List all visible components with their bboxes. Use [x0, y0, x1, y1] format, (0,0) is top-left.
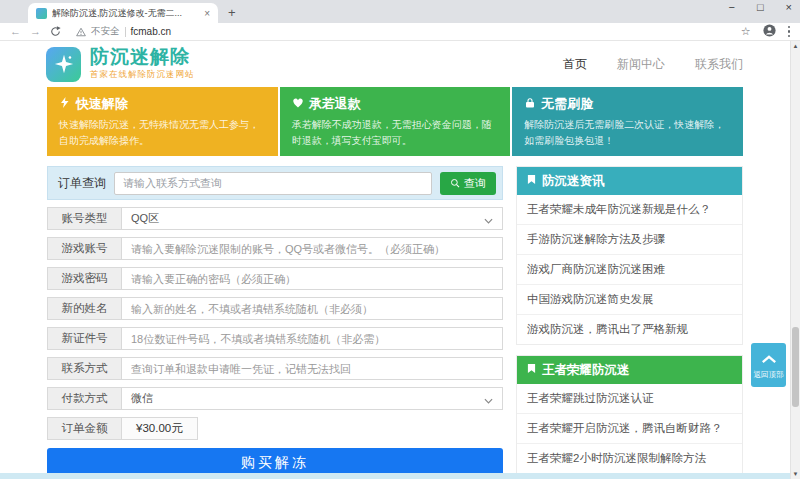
page-scrollbar[interactable]: ▲ ▼: [790, 41, 800, 479]
feature-title: 快速解除: [76, 95, 128, 113]
feature-desc: 快速解除防沉迷，无特殊情况无需人工参与，自助完成解除操作。: [59, 117, 266, 148]
game-password-input[interactable]: [131, 273, 493, 285]
feature-fast-unlock: 快速解除 快速解除防沉迷，无特殊情况无需人工参与，自助完成解除操作。: [47, 87, 278, 156]
address-bar: ← → 不安全 fcmab.cn ☆: [0, 23, 800, 41]
news-link[interactable]: 王者荣耀跳过防沉迷认证: [517, 384, 742, 413]
kings-glory-card-title: 王者荣耀防沉迷: [542, 362, 630, 379]
site-favicon-icon: [36, 8, 47, 19]
security-label: 不安全: [91, 25, 120, 38]
window-controls: − □ ×: [728, 2, 792, 13]
nav-item-contact[interactable]: 联系我们: [695, 56, 743, 73]
form-row-game-password: 游戏密码: [47, 267, 503, 290]
url-divider: [125, 27, 126, 37]
back-icon[interactable]: ←: [10, 26, 21, 37]
window-close-button[interactable]: ×: [786, 2, 792, 13]
field-label: 新的姓名: [47, 297, 121, 320]
order-amount-value: ¥30.00元: [121, 417, 198, 440]
form-row-payment-method: 付款方式 微信: [47, 387, 503, 410]
contact-input[interactable]: [131, 363, 493, 375]
order-query-button[interactable]: 查询: [440, 172, 496, 195]
forward-icon[interactable]: →: [30, 26, 41, 37]
chevron-down-icon: [484, 390, 493, 408]
browser-window: 解除防沉迷,防沉迷修改-无需二... × + − □ × ← → 不安全 fcm…: [0, 0, 800, 479]
feature-desc: 解除防沉迷后无需刷脸二次认证，快速解除，如需刷脸包换包退！: [524, 117, 731, 148]
news-link[interactable]: 游戏防沉迷，腾讯出了严格新规: [517, 314, 742, 344]
tab-strip: 解除防沉迷,防沉迷修改-无需二... × + − □ ×: [0, 0, 800, 23]
main-content: 订单查询 查询 账号类型 QQ区 游戏账号: [47, 166, 743, 479]
scroll-down-icon[interactable]: ▼: [791, 469, 800, 479]
account-type-select[interactable]: QQ区: [121, 207, 503, 230]
news-link[interactable]: 中国游戏防沉迷简史发展: [517, 284, 742, 314]
main-nav: 首页 新闻中心 联系我们: [563, 56, 743, 73]
lock-icon: [524, 97, 536, 112]
form-row-game-account: 游戏账号: [47, 237, 503, 260]
field-label: 游戏账号: [47, 237, 121, 260]
order-form: 订单查询 查询 账号类型 QQ区 游戏账号: [47, 166, 503, 479]
news-card-header: 防沉迷资讯: [517, 167, 742, 195]
payment-method-select[interactable]: 微信: [121, 387, 503, 410]
form-row-order-amount: 订单金额 ¥30.00元: [47, 417, 198, 440]
browser-menu-icon[interactable]: [788, 26, 791, 38]
feature-title: 无需刷脸: [541, 95, 593, 113]
refresh-icon[interactable]: [50, 26, 61, 37]
nav-item-news[interactable]: 新闻中心: [617, 56, 665, 73]
field-label: 联系方式: [47, 357, 121, 380]
site-logo-text[interactable]: 防沉迷解除 首家在线解除防沉迷网站: [90, 47, 195, 81]
profile-avatar-icon[interactable]: [763, 23, 776, 41]
game-account-input[interactable]: [131, 243, 493, 255]
chevron-up-icon: [761, 350, 777, 368]
feature-desc: 承若解除不成功退款，无需担心资金问题，随时退款，填写支付宝即可。: [292, 117, 499, 148]
news-card: 防沉迷资讯 王者荣耀未成年防沉迷新规是什么？ 手游防沉迷解除方法及步骤 游戏厂商…: [516, 166, 743, 345]
tab-title: 解除防沉迷,防沉迷修改-无需二...: [52, 7, 199, 20]
site-subtitle: 首家在线解除防沉迷网站: [90, 69, 195, 81]
kings-glory-card: 王者荣耀防沉迷 王者荣耀跳过防沉迷认证 王者荣耀开启防沉迷，腾讯自断财路？ 王者…: [516, 355, 743, 479]
lightning-icon: [59, 96, 71, 112]
new-tab-button[interactable]: +: [228, 5, 236, 20]
omnibox[interactable]: 不安全 fcmab.cn: [76, 23, 732, 41]
page-bottom-strip: [0, 473, 790, 479]
news-card-title: 防沉迷资讯: [542, 173, 605, 190]
bookmark-star-icon[interactable]: ☆: [741, 25, 751, 38]
kings-glory-card-header: 王者荣耀防沉迷: [517, 356, 742, 384]
news-link[interactable]: 游戏厂商防沉迷防沉迷困难: [517, 254, 742, 284]
scroll-up-icon[interactable]: ▲: [791, 41, 800, 51]
select-value: QQ区: [131, 211, 484, 226]
window-minimize-button[interactable]: −: [728, 2, 734, 13]
heart-icon: [292, 97, 304, 112]
field-label: 游戏密码: [47, 267, 121, 290]
site-title: 防沉迷解除: [90, 47, 195, 68]
window-maximize-button[interactable]: □: [757, 2, 764, 13]
back-to-top-label: 返回顶部: [754, 370, 784, 380]
select-value: 微信: [131, 391, 484, 406]
field-label: 新证件号: [47, 327, 121, 350]
order-query-label: 订单查询: [54, 175, 106, 192]
nav-item-home[interactable]: 首页: [563, 56, 587, 73]
scrollbar-thumb[interactable]: [792, 327, 799, 407]
form-row-account-type: 账号类型 QQ区: [47, 207, 503, 230]
site-logo-icon[interactable]: [46, 47, 81, 82]
bookmark-icon: [527, 363, 536, 377]
site-header: 防沉迷解除 首家在线解除防沉迷网站 首页 新闻中心 联系我们: [0, 41, 800, 87]
feature-banners: 快速解除 快速解除防沉迷，无特殊情况无需人工参与，自助完成解除操作。 承若退款 …: [47, 87, 743, 156]
address-bar-actions: ☆: [741, 23, 790, 41]
form-row-new-name: 新的姓名: [47, 297, 503, 320]
news-link[interactable]: 手游防沉迷解除方法及步骤: [517, 224, 742, 254]
back-to-top-button[interactable]: 返回顶部: [751, 343, 786, 387]
field-label: 账号类型: [47, 207, 121, 230]
chevron-down-icon: [484, 210, 493, 228]
new-name-input[interactable]: [131, 303, 493, 315]
tab-close-icon[interactable]: ×: [204, 8, 210, 19]
url-text: fcmab.cn: [131, 26, 172, 37]
form-row-new-id-number: 新证件号: [47, 327, 503, 350]
browser-tab[interactable]: 解除防沉迷,防沉迷修改-无需二... ×: [28, 3, 218, 23]
news-link[interactable]: 王者荣耀2小时防沉迷限制解除方法: [517, 443, 742, 473]
order-query-input[interactable]: [114, 172, 432, 195]
news-link[interactable]: 王者荣耀未成年防沉迷新规是什么？: [517, 195, 742, 224]
bookmark-icon: [527, 174, 536, 188]
news-link[interactable]: 王者荣耀开启防沉迷，腾讯自断财路？: [517, 413, 742, 443]
order-query-button-label: 查询: [464, 176, 486, 191]
new-id-number-input[interactable]: [131, 333, 493, 345]
sidebar: 防沉迷资讯 王者荣耀未成年防沉迷新规是什么？ 手游防沉迷解除方法及步骤 游戏厂商…: [516, 166, 743, 479]
field-label: 订单金额: [47, 417, 121, 440]
webpage: 防沉迷解除 首家在线解除防沉迷网站 首页 新闻中心 联系我们 快速解除 快速解除…: [0, 41, 800, 479]
